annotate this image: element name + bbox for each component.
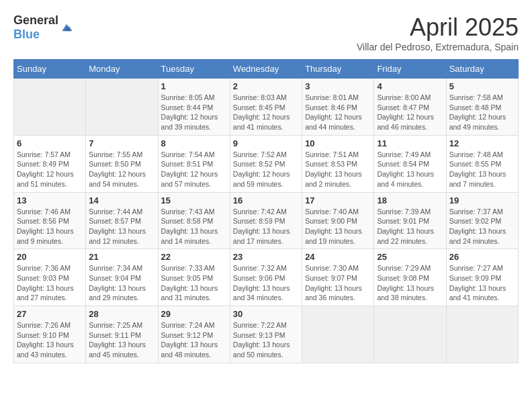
day-number: 6 (17, 138, 83, 148)
weekday-header-row: SundayMondayTuesdayWednesdayThursdayFrid… (14, 60, 519, 79)
logo-text: General Blue (13, 13, 58, 42)
calendar-cell: 30Sunrise: 7:22 AMSunset: 9:13 PMDayligh… (230, 306, 302, 363)
calendar-cell: 26Sunrise: 7:27 AMSunset: 9:09 PMDayligh… (446, 249, 518, 306)
day-info: Sunrise: 7:51 AMSunset: 8:53 PMDaylight:… (305, 150, 371, 189)
day-info: Sunrise: 7:37 AMSunset: 9:02 PMDaylight:… (449, 207, 515, 246)
calendar-cell: 5Sunrise: 7:58 AMSunset: 8:48 PMDaylight… (446, 79, 518, 136)
weekday-header-tuesday: Tuesday (158, 60, 230, 79)
calendar-week-row: 1Sunrise: 8:05 AMSunset: 8:44 PMDaylight… (14, 79, 519, 136)
day-info: Sunrise: 8:01 AMSunset: 8:46 PMDaylight:… (305, 93, 371, 132)
day-info: Sunrise: 7:34 AMSunset: 9:04 PMDaylight:… (89, 263, 154, 303)
day-number: 23 (233, 252, 299, 262)
calendar-cell: 27Sunrise: 7:26 AMSunset: 9:10 PMDayligh… (14, 306, 86, 363)
day-info: Sunrise: 7:36 AMSunset: 9:03 PMDaylight:… (17, 263, 83, 303)
calendar-week-row: 6Sunrise: 7:57 AMSunset: 8:49 PMDaylight… (14, 135, 519, 192)
page-header: General Blue April 2025 Villar del Pedro… (13, 13, 519, 52)
day-number: 3 (305, 81, 371, 91)
day-number: 12 (449, 138, 515, 148)
day-number: 14 (89, 195, 154, 205)
day-number: 19 (449, 195, 515, 205)
day-info: Sunrise: 8:03 AMSunset: 8:45 PMDaylight:… (233, 93, 299, 132)
day-number: 11 (377, 138, 443, 148)
calendar-cell: 9Sunrise: 7:52 AMSunset: 8:52 PMDaylight… (230, 135, 302, 192)
weekday-header-sunday: Sunday (14, 60, 86, 79)
day-info: Sunrise: 7:42 AMSunset: 8:59 PMDaylight:… (233, 207, 299, 246)
calendar-cell: 18Sunrise: 7:39 AMSunset: 9:01 PMDayligh… (374, 192, 446, 249)
day-number: 20 (17, 252, 83, 262)
calendar-cell: 11Sunrise: 7:49 AMSunset: 8:54 PMDayligh… (374, 135, 446, 192)
day-number: 13 (17, 195, 83, 205)
day-number: 2 (233, 81, 299, 91)
day-info: Sunrise: 7:32 AMSunset: 9:06 PMDaylight:… (233, 263, 299, 303)
day-info: Sunrise: 7:58 AMSunset: 8:48 PMDaylight:… (449, 93, 515, 132)
day-number: 8 (161, 138, 227, 148)
calendar-cell: 2Sunrise: 8:03 AMSunset: 8:45 PMDaylight… (230, 79, 302, 136)
weekday-header-thursday: Thursday (302, 60, 374, 79)
day-info: Sunrise: 7:49 AMSunset: 8:54 PMDaylight:… (377, 150, 443, 189)
logo: General Blue (13, 13, 73, 42)
day-number: 17 (305, 195, 371, 205)
calendar-cell (374, 306, 446, 363)
day-info: Sunrise: 8:00 AMSunset: 8:47 PMDaylight:… (377, 93, 443, 132)
calendar-week-row: 13Sunrise: 7:46 AMSunset: 8:56 PMDayligh… (14, 192, 519, 249)
calendar-cell: 22Sunrise: 7:33 AMSunset: 9:05 PMDayligh… (158, 249, 230, 306)
day-number: 4 (377, 81, 443, 91)
day-number: 30 (233, 309, 299, 319)
day-info: Sunrise: 7:43 AMSunset: 8:58 PMDaylight:… (161, 207, 227, 246)
day-info: Sunrise: 7:25 AMSunset: 9:11 PMDaylight:… (89, 320, 154, 360)
calendar-cell: 4Sunrise: 8:00 AMSunset: 8:47 PMDaylight… (374, 79, 446, 136)
day-number: 26 (449, 252, 515, 262)
day-number: 25 (377, 252, 443, 262)
calendar-cell: 10Sunrise: 7:51 AMSunset: 8:53 PMDayligh… (302, 135, 374, 192)
day-info: Sunrise: 7:27 AMSunset: 9:09 PMDaylight:… (449, 263, 515, 303)
calendar-cell: 17Sunrise: 7:40 AMSunset: 9:00 PMDayligh… (302, 192, 374, 249)
day-number: 21 (89, 252, 154, 262)
day-info: Sunrise: 7:29 AMSunset: 9:08 PMDaylight:… (377, 263, 443, 303)
day-number: 18 (377, 195, 443, 205)
calendar-cell: 29Sunrise: 7:24 AMSunset: 9:12 PMDayligh… (158, 306, 230, 363)
day-number: 28 (89, 309, 154, 319)
day-number: 1 (161, 81, 227, 91)
day-number: 5 (449, 81, 515, 91)
calendar-cell (446, 306, 518, 363)
logo-icon (60, 21, 73, 34)
day-number: 16 (233, 195, 299, 205)
day-info: Sunrise: 7:52 AMSunset: 8:52 PMDaylight:… (233, 150, 299, 189)
calendar-cell: 21Sunrise: 7:34 AMSunset: 9:04 PMDayligh… (86, 249, 158, 306)
calendar-cell: 3Sunrise: 8:01 AMSunset: 8:46 PMDaylight… (302, 79, 374, 136)
day-info: Sunrise: 7:33 AMSunset: 9:05 PMDaylight:… (161, 263, 227, 303)
day-number: 10 (305, 138, 371, 148)
calendar-cell (86, 79, 158, 136)
month-title: April 2025 (357, 13, 519, 42)
day-info: Sunrise: 7:55 AMSunset: 8:50 PMDaylight:… (89, 150, 154, 189)
day-number: 22 (161, 252, 227, 262)
calendar-cell: 28Sunrise: 7:25 AMSunset: 9:11 PMDayligh… (86, 306, 158, 363)
day-info: Sunrise: 7:54 AMSunset: 8:51 PMDaylight:… (161, 150, 227, 189)
day-info: Sunrise: 7:48 AMSunset: 8:55 PMDaylight:… (449, 150, 515, 189)
title-block: April 2025 Villar del Pedroso, Extremadu… (357, 13, 519, 52)
calendar-week-row: 27Sunrise: 7:26 AMSunset: 9:10 PMDayligh… (14, 306, 519, 363)
calendar-cell: 7Sunrise: 7:55 AMSunset: 8:50 PMDaylight… (86, 135, 158, 192)
calendar-table: SundayMondayTuesdayWednesdayThursdayFrid… (13, 59, 519, 363)
day-info: Sunrise: 7:40 AMSunset: 9:00 PMDaylight:… (305, 207, 371, 246)
weekday-header-friday: Friday (374, 60, 446, 79)
day-number: 27 (17, 309, 83, 319)
day-info: Sunrise: 7:22 AMSunset: 9:13 PMDaylight:… (233, 320, 299, 360)
day-number: 7 (89, 138, 154, 148)
calendar-cell: 1Sunrise: 8:05 AMSunset: 8:44 PMDaylight… (158, 79, 230, 136)
calendar-cell: 15Sunrise: 7:43 AMSunset: 8:58 PMDayligh… (158, 192, 230, 249)
calendar-cell: 6Sunrise: 7:57 AMSunset: 8:49 PMDaylight… (14, 135, 86, 192)
calendar-cell: 8Sunrise: 7:54 AMSunset: 8:51 PMDaylight… (158, 135, 230, 192)
day-number: 24 (305, 252, 371, 262)
calendar-cell (14, 79, 86, 136)
calendar-cell: 24Sunrise: 7:30 AMSunset: 9:07 PMDayligh… (302, 249, 374, 306)
day-number: 29 (161, 309, 227, 319)
day-info: Sunrise: 7:39 AMSunset: 9:01 PMDaylight:… (377, 207, 443, 246)
calendar-cell: 20Sunrise: 7:36 AMSunset: 9:03 PMDayligh… (14, 249, 86, 306)
calendar-cell: 23Sunrise: 7:32 AMSunset: 9:06 PMDayligh… (230, 249, 302, 306)
day-info: Sunrise: 7:46 AMSunset: 8:56 PMDaylight:… (17, 207, 83, 246)
day-info: Sunrise: 7:24 AMSunset: 9:12 PMDaylight:… (161, 320, 227, 360)
location-subtitle: Villar del Pedroso, Extremadura, Spain (357, 42, 519, 52)
weekday-header-saturday: Saturday (446, 60, 518, 79)
day-info: Sunrise: 8:05 AMSunset: 8:44 PMDaylight:… (161, 93, 227, 132)
